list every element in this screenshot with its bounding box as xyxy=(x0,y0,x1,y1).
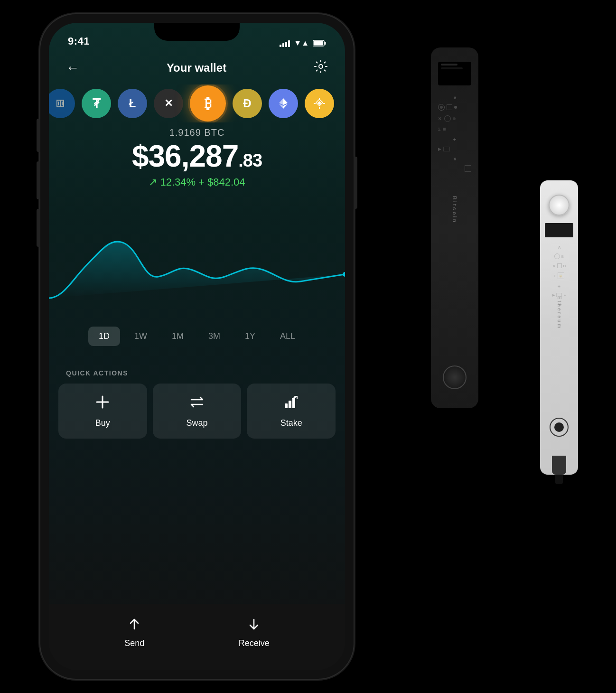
nano-s-button-top[interactable] xyxy=(549,195,569,215)
nano-x-label: Bitcoin xyxy=(452,196,457,224)
balance-change: ↗ 12.34% + $842.04 xyxy=(49,176,345,188)
coin-carousel[interactable]: ₮ Ł ✕ ₿ Ð xyxy=(49,84,345,122)
coin-usdt[interactable]: ₮ xyxy=(82,89,111,118)
ledger-nano-x: ∧ ✕ Σ + ▶ ∨ xyxy=(431,47,478,408)
coin-btc-active[interactable]: ₿ xyxy=(190,85,226,122)
nano-s-connector xyxy=(552,456,566,475)
coin-bnb[interactable] xyxy=(305,89,334,118)
buy-button[interactable]: Buy xyxy=(58,384,147,439)
tab-1d[interactable]: 1D xyxy=(88,327,120,346)
nano-x-screen xyxy=(438,62,471,85)
receive-icon xyxy=(247,617,261,635)
quick-actions-label: QUICK ACTIONS xyxy=(66,369,128,377)
svg-rect-2 xyxy=(314,41,323,46)
buy-label: Buy xyxy=(95,418,110,428)
svg-rect-18 xyxy=(289,401,291,408)
nano-s-usb-tip xyxy=(555,475,563,484)
svg-rect-1 xyxy=(325,42,326,45)
coin-item[interactable] xyxy=(49,89,75,118)
svg-rect-19 xyxy=(292,398,295,408)
nano-s-bottom-button[interactable] xyxy=(550,418,569,437)
nano-s-label: Ethereum xyxy=(557,296,562,329)
tab-1m[interactable]: 1M xyxy=(161,327,194,346)
stake-icon xyxy=(283,394,299,413)
bottom-bar: Send Receive xyxy=(49,604,345,670)
vol-down-button xyxy=(37,209,40,247)
tab-1y[interactable]: 1Y xyxy=(234,327,266,346)
vol-up-button xyxy=(37,161,40,199)
tab-3m[interactable]: 3M xyxy=(198,327,231,346)
ledger-nano-s: ∧ B ✕ D Σ 🔒 + ▶ ↳ ∨ xyxy=(540,180,578,475)
notch xyxy=(154,23,240,41)
quick-actions: Buy Swap xyxy=(58,384,336,439)
settings-button[interactable] xyxy=(314,59,328,77)
signal-icon xyxy=(280,39,290,47)
back-button[interactable]: ← xyxy=(66,60,79,75)
balance-area: 1.9169 BTC $36,287.83 ↗ 12.34% + $842.04 xyxy=(49,127,345,188)
app-header: ← Your wallet xyxy=(49,51,345,84)
phone: 9:41 ▼▲ xyxy=(40,14,354,679)
power-button xyxy=(354,157,357,209)
phone-screen: 9:41 ▼▲ xyxy=(49,23,345,670)
swap-button[interactable]: Swap xyxy=(153,384,242,439)
timeframe-tabs: 1D 1W 1M 3M 1Y ALL xyxy=(49,327,345,346)
coin-doge[interactable]: Ð xyxy=(233,89,262,118)
battery-icon xyxy=(313,40,326,47)
svg-point-14 xyxy=(343,272,345,277)
price-chart xyxy=(49,203,345,327)
chart-area xyxy=(49,203,345,327)
crypto-balance: 1.9169 BTC xyxy=(49,127,345,138)
receive-label: Receive xyxy=(239,638,270,648)
status-icons: ▼▲ xyxy=(280,39,326,47)
page-title: Your wallet xyxy=(167,61,226,75)
send-label: Send xyxy=(124,638,144,648)
change-amount: + $842.04 xyxy=(198,176,245,188)
wifi-icon: ▼▲ xyxy=(294,39,309,47)
nano-x-button[interactable] xyxy=(443,365,467,389)
send-button[interactable]: Send xyxy=(124,617,144,648)
svg-point-3 xyxy=(319,65,323,68)
nano-s-screen xyxy=(545,223,573,237)
scene: 9:41 ▼▲ xyxy=(0,0,616,693)
buy-icon xyxy=(94,394,111,413)
coin-ltc[interactable]: Ł xyxy=(118,89,147,118)
svg-marker-7 xyxy=(283,104,288,109)
svg-rect-17 xyxy=(285,403,288,408)
fiat-balance: $36,287.83 xyxy=(49,141,345,171)
receive-button[interactable]: Receive xyxy=(239,617,270,648)
svg-marker-4 xyxy=(279,98,283,105)
stake-label: Stake xyxy=(280,418,302,428)
stake-button[interactable]: Stake xyxy=(247,384,336,439)
change-arrow: ↗ xyxy=(149,176,157,188)
swap-label: Swap xyxy=(186,418,207,428)
svg-marker-6 xyxy=(279,104,283,109)
swap-icon xyxy=(189,394,205,413)
tab-all[interactable]: ALL xyxy=(270,327,306,346)
status-time: 9:41 xyxy=(68,35,90,47)
svg-marker-5 xyxy=(283,98,288,105)
tab-1w[interactable]: 1W xyxy=(124,327,158,346)
coin-xrp[interactable]: ✕ xyxy=(154,89,183,118)
coin-eth[interactable] xyxy=(269,89,298,118)
send-icon xyxy=(127,617,141,635)
